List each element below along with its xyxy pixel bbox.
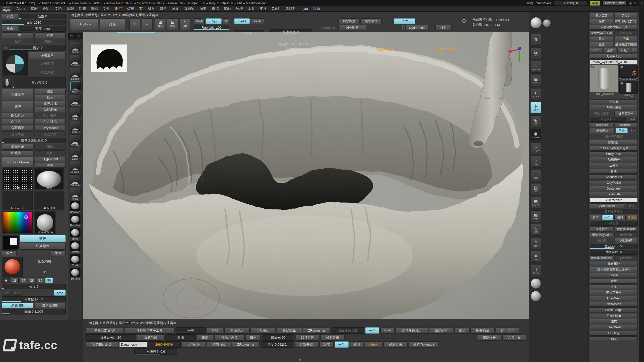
brush-item[interactable]: Pinch	[68, 108, 82, 120]
color-picker[interactable]	[2, 211, 33, 234]
18-button[interactable]: 18	[11, 278, 19, 283]
menu-item[interactable]: 图层	[112, 7, 125, 11]
button[interactable]: 全部删除	[35, 107, 66, 112]
subtool-master-button[interactable]: SubTool Master	[2, 157, 34, 168]
nanomesh-section-header[interactable]: NanoMesh	[590, 302, 638, 307]
thick-skin-section-header[interactable]: Thick Skin	[590, 313, 638, 318]
divide-button[interactable]: 细分网格	[338, 25, 366, 30]
button[interactable]: 合并可见	[502, 334, 527, 341]
menu-item[interactable]: 帮助	[310, 7, 323, 11]
menu-item[interactable]: 色彩	[40, 7, 52, 11]
zoom3d-icon[interactable]: ⊙Zoom3D	[530, 61, 541, 73]
embed-chip-thumbnail[interactable]	[2, 45, 9, 51]
50-button[interactable]: 50	[45, 278, 53, 283]
menu-item[interactable]: 材质	[145, 7, 157, 11]
50-slider[interactable]: 曲线强度 50	[590, 250, 638, 255]
xyz-button[interactable]: XYZ	[54, 290, 66, 296]
button[interactable]: 着色	[2, 250, 17, 256]
button[interactable]: 渐变	[51, 250, 66, 256]
document-preview-thumbnail[interactable]	[2, 51, 28, 76]
alpha-off-thumbnail[interactable]: Alpha Off	[34, 191, 64, 210]
button[interactable]: 删除级别	[590, 122, 613, 127]
button[interactable]: 精简曲线	[207, 341, 231, 348]
0-11906-slider[interactable]: 高光 0.11906	[2, 309, 66, 314]
button[interactable]: 相同	[380, 327, 394, 334]
20-slider[interactable]: 抽取百分比 20	[86, 334, 136, 341]
button[interactable]: 一半	[365, 327, 379, 334]
2960-slider[interactable]: 2960 分辨率	[148, 341, 181, 348]
radial-knob-icon[interactable]	[402, 26, 406, 29]
button[interactable]: 插入	[35, 95, 66, 100]
solo-icon[interactable]: ●Solo	[530, 251, 541, 263]
button[interactable]: 镜像	[197, 334, 213, 341]
half-size-icon[interactable]: ◐AC50%	[530, 88, 541, 100]
material-item[interactable]: BasicM2	[68, 201, 82, 213]
lazymouse-button[interactable]: LazyMouse	[34, 125, 66, 131]
0-slider[interactable]: 嵌入 0	[10, 45, 66, 51]
zremesher-button[interactable]: ZRemesher	[303, 327, 331, 334]
local-symmetry-icon[interactable]: △L.Sym	[530, 143, 541, 154]
button[interactable]: 细分网格	[590, 128, 615, 133]
brush-item[interactable]: TrimDy	[68, 134, 82, 147]
nav-旋转-button[interactable]: ↻旋转	[179, 18, 190, 30]
spotlight-red-thumbnail[interactable]	[2, 257, 23, 277]
menu-item[interactable]: 绘制	[64, 7, 76, 11]
lightbox-button[interactable]: 灯箱	[100, 18, 125, 30]
button[interactable]: 载入工具	[590, 13, 613, 18]
button[interactable]: 相同	[350, 341, 364, 348]
menu-item[interactable]: 首选项	[181, 7, 197, 11]
button[interactable]: 使用多边形拉伸	[590, 255, 613, 260]
color-swatches[interactable]	[2, 235, 19, 250]
button[interactable]: 预览布尔渲染	[86, 341, 118, 348]
0-04232-slider[interactable]: 厚度 0.04232	[261, 341, 293, 348]
quicksave-button[interactable]: QuickSave	[536, 1, 551, 5]
button[interactable]: 向下合并	[2, 119, 33, 124]
0-slider[interactable]: 范围 0	[19, 14, 66, 19]
button[interactable]: 侦测边缘	[383, 341, 408, 348]
0-slider[interactable]: 强度 0	[2, 284, 66, 289]
material-ball-icon[interactable]	[531, 278, 541, 289]
texture-ball-icon[interactable]	[531, 291, 541, 301]
dynamesh-name-input[interactable]: Dynamesh	[119, 341, 147, 348]
button[interactable]: 保持多边形组	[395, 327, 428, 334]
menu-item[interactable]: 变换	[257, 7, 269, 11]
window-circle-icon[interactable]: ◍	[629, 1, 632, 5]
button[interactable]: 交替	[20, 235, 66, 242]
sculpt-canvas[interactable]	[83, 32, 529, 319]
fibermesh-section-header[interactable]: FiberMesh	[590, 325, 638, 330]
24-button[interactable]: 24	[20, 278, 27, 283]
section-header[interactable]: 几何体编辑	[590, 105, 638, 110]
button[interactable]: 按组拆分	[477, 334, 501, 341]
subtool-thumbnail-2[interactable]: 86	[619, 81, 638, 94]
button[interactable]: 保存	[590, 19, 613, 24]
ztool-button[interactable]: 保存 ZTool	[35, 157, 66, 162]
button[interactable]: 从项目文件载入工具	[590, 25, 638, 30]
auto-label[interactable]: 自动	[527, 1, 533, 5]
button[interactable]: 生成 多边形网格物体	[614, 42, 638, 47]
stager-section-header[interactable]: Stager	[590, 273, 638, 278]
material-item[interactable]: BasicMa	[68, 214, 82, 227]
user-menu-tile[interactable]: USER myui	[1, 6, 12, 12]
material-item[interactable]: Chrome	[68, 241, 82, 253]
smooth-button[interactable]: 平滑	[394, 18, 415, 24]
brush-item[interactable]: Move	[68, 81, 82, 94]
50-slider[interactable]: 组抽光 50	[262, 334, 294, 341]
button[interactable]: 冻结边框	[614, 238, 638, 243]
slime-bridge-section-header[interactable]: Slime Bridge	[590, 307, 638, 312]
dynamic-icon[interactable]: ◉Dynamic	[530, 129, 541, 141]
button[interactable]: 深度阴影	[2, 303, 33, 308]
section-header[interactable]: 子工具	[590, 99, 638, 104]
menu-item[interactable]: 文件	[100, 7, 112, 11]
ui-button[interactable]: 恢复自定义 UI	[86, 327, 123, 334]
menu-item[interactable]: Z插件	[269, 7, 284, 11]
button[interactable]: 背景	[2, 14, 18, 19]
section-header[interactable]: 边缘环	[590, 163, 638, 168]
button[interactable]: 删除	[2, 101, 34, 112]
polypaint-button[interactable]: 维持 Polypaint	[590, 232, 613, 237]
button[interactable]: 双面显示	[224, 327, 250, 334]
0-slider[interactable]: 按多边形组遮罩 0	[2, 138, 66, 143]
rgb-button[interactable]: Rgb	[206, 18, 222, 24]
button[interactable]: 删除最低	[614, 122, 638, 127]
button[interactable]: 自动分组	[251, 327, 276, 334]
button[interactable]: 侦测边缘	[320, 334, 345, 341]
